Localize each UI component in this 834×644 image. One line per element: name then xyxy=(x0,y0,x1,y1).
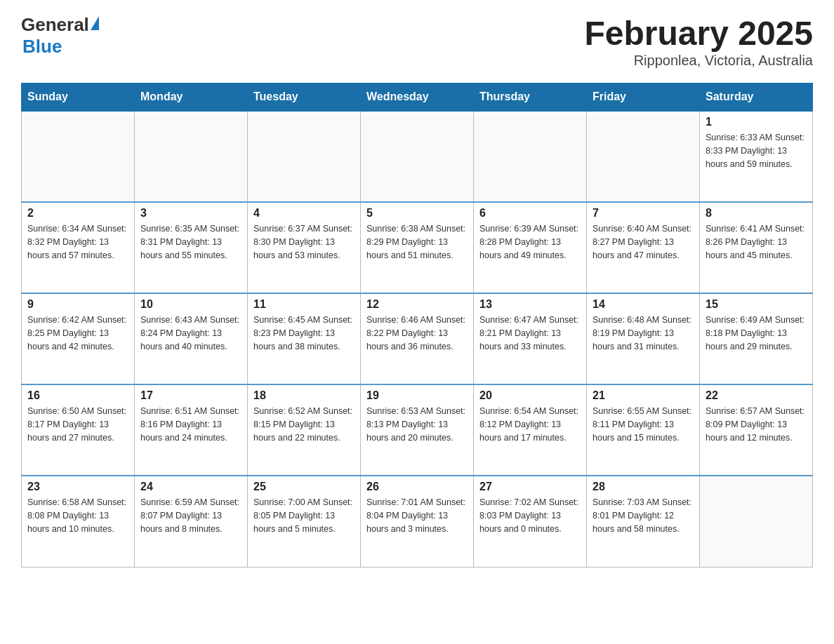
table-row: 2Sunrise: 6:34 AM Sunset: 8:32 PM Daylig… xyxy=(22,202,135,293)
logo-triangle-icon xyxy=(91,16,99,30)
day-info: Sunrise: 6:40 AM Sunset: 8:27 PM Dayligh… xyxy=(593,222,694,262)
calendar-week-row: 9Sunrise: 6:42 AM Sunset: 8:25 PM Daylig… xyxy=(22,293,813,384)
table-row: 4Sunrise: 6:37 AM Sunset: 8:30 PM Daylig… xyxy=(248,202,361,293)
col-friday: Friday xyxy=(587,83,700,112)
table-row: 15Sunrise: 6:49 AM Sunset: 8:18 PM Dayli… xyxy=(700,293,813,384)
day-info: Sunrise: 6:45 AM Sunset: 8:23 PM Dayligh… xyxy=(253,314,355,353)
title-block: February 2025 Ripponlea, Victoria, Austr… xyxy=(584,14,813,69)
day-number: 7 xyxy=(593,207,694,220)
day-number: 9 xyxy=(27,298,128,311)
day-info: Sunrise: 6:46 AM Sunset: 8:22 PM Dayligh… xyxy=(366,314,468,353)
day-number: 26 xyxy=(366,481,468,493)
day-number: 13 xyxy=(479,298,581,311)
day-number: 11 xyxy=(253,298,355,311)
table-row: 10Sunrise: 6:43 AM Sunset: 8:24 PM Dayli… xyxy=(135,293,248,384)
table-row: 9Sunrise: 6:42 AM Sunset: 8:25 PM Daylig… xyxy=(22,293,135,384)
logo-blue-text: Blue xyxy=(22,36,62,58)
table-row: 24Sunrise: 6:59 AM Sunset: 8:07 PM Dayli… xyxy=(135,476,248,567)
table-row: 5Sunrise: 6:38 AM Sunset: 8:29 PM Daylig… xyxy=(361,202,474,293)
day-info: Sunrise: 6:49 AM Sunset: 8:18 PM Dayligh… xyxy=(706,314,807,353)
calendar-week-row: 16Sunrise: 6:50 AM Sunset: 8:17 PM Dayli… xyxy=(22,384,813,476)
table-row: 1Sunrise: 6:33 AM Sunset: 8:33 PM Daylig… xyxy=(700,111,813,202)
col-tuesday: Tuesday xyxy=(248,83,361,112)
day-info: Sunrise: 6:53 AM Sunset: 8:13 PM Dayligh… xyxy=(366,405,468,444)
day-number: 23 xyxy=(27,481,128,493)
day-number: 28 xyxy=(593,481,694,493)
day-info: Sunrise: 6:59 AM Sunset: 8:07 PM Dayligh… xyxy=(140,496,241,535)
table-row xyxy=(22,111,135,202)
day-info: Sunrise: 6:38 AM Sunset: 8:29 PM Dayligh… xyxy=(366,222,468,262)
table-row: 17Sunrise: 6:51 AM Sunset: 8:16 PM Dayli… xyxy=(135,384,248,476)
table-row: 23Sunrise: 6:58 AM Sunset: 8:08 PM Dayli… xyxy=(22,476,135,567)
day-number: 17 xyxy=(140,389,241,402)
day-info: Sunrise: 7:03 AM Sunset: 8:01 PM Dayligh… xyxy=(593,496,694,535)
table-row: 7Sunrise: 6:40 AM Sunset: 8:27 PM Daylig… xyxy=(587,202,700,293)
table-row: 3Sunrise: 6:35 AM Sunset: 8:31 PM Daylig… xyxy=(135,202,248,293)
day-info: Sunrise: 6:34 AM Sunset: 8:32 PM Dayligh… xyxy=(27,222,128,262)
logo: General Blue xyxy=(21,14,99,58)
table-row: 26Sunrise: 7:01 AM Sunset: 8:04 PM Dayli… xyxy=(361,476,474,567)
table-row: 27Sunrise: 7:02 AM Sunset: 8:03 PM Dayli… xyxy=(474,476,587,567)
page-header: General Blue February 2025 Ripponlea, Vi… xyxy=(21,14,813,69)
table-row: 18Sunrise: 6:52 AM Sunset: 8:15 PM Dayli… xyxy=(248,384,361,476)
col-wednesday: Wednesday xyxy=(361,83,474,112)
calendar-week-row: 2Sunrise: 6:34 AM Sunset: 8:32 PM Daylig… xyxy=(22,202,813,293)
day-info: Sunrise: 6:51 AM Sunset: 8:16 PM Dayligh… xyxy=(140,405,241,444)
calendar-subtitle: Ripponlea, Victoria, Australia xyxy=(584,53,813,69)
day-info: Sunrise: 6:39 AM Sunset: 8:28 PM Dayligh… xyxy=(479,222,581,262)
calendar-week-row: 23Sunrise: 6:58 AM Sunset: 8:08 PM Dayli… xyxy=(22,476,813,567)
table-row: 28Sunrise: 7:03 AM Sunset: 8:01 PM Dayli… xyxy=(587,476,700,567)
day-number: 16 xyxy=(27,389,128,402)
day-info: Sunrise: 6:55 AM Sunset: 8:11 PM Dayligh… xyxy=(593,405,694,444)
day-number: 22 xyxy=(706,389,807,402)
table-row: 11Sunrise: 6:45 AM Sunset: 8:23 PM Dayli… xyxy=(248,293,361,384)
day-number: 5 xyxy=(366,207,468,220)
day-number: 21 xyxy=(593,389,694,402)
day-info: Sunrise: 7:02 AM Sunset: 8:03 PM Dayligh… xyxy=(479,496,581,535)
day-info: Sunrise: 7:01 AM Sunset: 8:04 PM Dayligh… xyxy=(366,496,468,535)
table-row: 21Sunrise: 6:55 AM Sunset: 8:11 PM Dayli… xyxy=(587,384,700,476)
col-sunday: Sunday xyxy=(22,83,135,112)
day-info: Sunrise: 6:33 AM Sunset: 8:33 PM Dayligh… xyxy=(706,131,807,170)
day-number: 12 xyxy=(366,298,468,311)
day-number: 25 xyxy=(253,481,355,493)
table-row xyxy=(587,111,700,202)
table-row: 19Sunrise: 6:53 AM Sunset: 8:13 PM Dayli… xyxy=(361,384,474,476)
table-row: 25Sunrise: 7:00 AM Sunset: 8:05 PM Dayli… xyxy=(248,476,361,567)
day-number: 1 xyxy=(706,116,807,128)
day-info: Sunrise: 6:52 AM Sunset: 8:15 PM Dayligh… xyxy=(253,405,355,444)
calendar-week-row: 1Sunrise: 6:33 AM Sunset: 8:33 PM Daylig… xyxy=(22,111,813,202)
table-row: 8Sunrise: 6:41 AM Sunset: 8:26 PM Daylig… xyxy=(700,202,813,293)
table-row xyxy=(700,476,813,567)
table-row: 20Sunrise: 6:54 AM Sunset: 8:12 PM Dayli… xyxy=(474,384,587,476)
day-number: 24 xyxy=(140,481,241,493)
col-thursday: Thursday xyxy=(474,83,587,112)
table-row xyxy=(361,111,474,202)
day-number: 14 xyxy=(593,298,694,311)
day-info: Sunrise: 6:37 AM Sunset: 8:30 PM Dayligh… xyxy=(253,222,355,262)
day-info: Sunrise: 6:57 AM Sunset: 8:09 PM Dayligh… xyxy=(706,405,807,444)
table-row: 12Sunrise: 6:46 AM Sunset: 8:22 PM Dayli… xyxy=(361,293,474,384)
day-number: 15 xyxy=(706,298,807,311)
day-number: 20 xyxy=(479,389,581,402)
day-number: 10 xyxy=(140,298,241,311)
day-number: 27 xyxy=(479,481,581,493)
table-row xyxy=(474,111,587,202)
day-info: Sunrise: 6:48 AM Sunset: 8:19 PM Dayligh… xyxy=(593,314,694,353)
col-saturday: Saturday xyxy=(700,83,813,112)
day-number: 3 xyxy=(140,207,241,220)
table-row: 6Sunrise: 6:39 AM Sunset: 8:28 PM Daylig… xyxy=(474,202,587,293)
day-number: 19 xyxy=(366,389,468,402)
table-row: 22Sunrise: 6:57 AM Sunset: 8:09 PM Dayli… xyxy=(700,384,813,476)
table-row xyxy=(135,111,248,202)
logo-general-text: General xyxy=(21,14,89,36)
calendar-table: Sunday Monday Tuesday Wednesday Thursday… xyxy=(21,83,813,568)
day-number: 8 xyxy=(706,207,807,220)
col-monday: Monday xyxy=(135,83,248,112)
day-info: Sunrise: 6:47 AM Sunset: 8:21 PM Dayligh… xyxy=(479,314,581,353)
day-info: Sunrise: 6:35 AM Sunset: 8:31 PM Dayligh… xyxy=(140,222,241,262)
day-info: Sunrise: 7:00 AM Sunset: 8:05 PM Dayligh… xyxy=(253,496,355,535)
day-number: 18 xyxy=(253,389,355,402)
table-row: 13Sunrise: 6:47 AM Sunset: 8:21 PM Dayli… xyxy=(474,293,587,384)
day-number: 4 xyxy=(253,207,355,220)
